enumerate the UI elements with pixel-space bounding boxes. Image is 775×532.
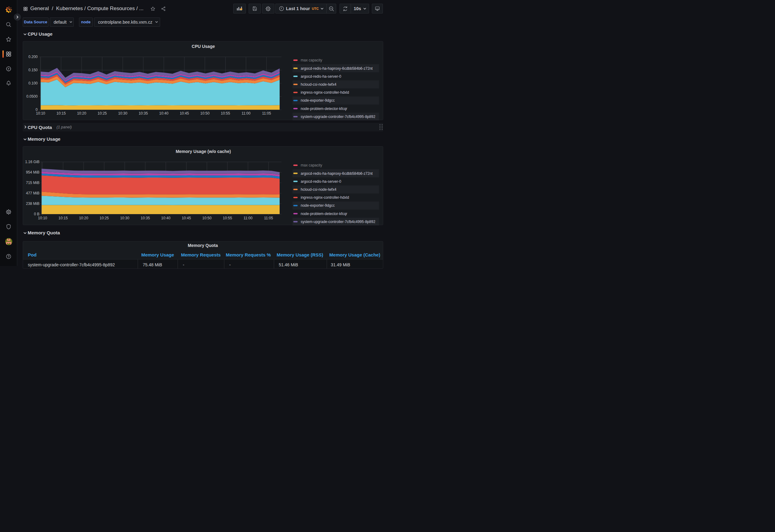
svg-text:10:40: 10:40 [159, 111, 168, 115]
svg-text:11:05: 11:05 [264, 216, 273, 220]
svg-text:10:40: 10:40 [161, 216, 170, 220]
svg-text:max capacity: max capacity [300, 163, 322, 167]
svg-text:477 MiB: 477 MiB [26, 191, 39, 195]
svg-text:11:05: 11:05 [262, 111, 271, 115]
svg-text:node-exporter-9dgcc: node-exporter-9dgcc [300, 203, 335, 208]
svg-text:0.150: 0.150 [28, 68, 37, 72]
svg-text:11:00: 11:00 [241, 111, 250, 115]
svg-text:CPU Usage: CPU Usage [191, 44, 215, 49]
svg-text:hcloud-csi-node-lwfx4: hcloud-csi-node-lwfx4 [300, 187, 336, 192]
svg-text:node-problem-detector-kfcqr: node-problem-detector-kfcqr [300, 212, 347, 216]
svg-text:10:15: 10:15 [56, 111, 65, 115]
svg-text:10:45: 10:45 [182, 216, 191, 220]
svg-text:10:35: 10:35 [140, 216, 150, 220]
svg-text:node-problem-detector-kfcqr: node-problem-detector-kfcqr [300, 107, 347, 111]
svg-text:10:15: 10:15 [58, 216, 68, 220]
svg-text:max capacity: max capacity [300, 58, 322, 62]
svg-text:0 B: 0 B [34, 212, 39, 216]
svg-text:10:20: 10:20 [77, 111, 86, 115]
svg-text:10:10: 10:10 [38, 216, 47, 220]
svg-text:argocd-redis-ha-haproxy-6cdbb5: argocd-redis-ha-haproxy-6cdbb584b6-z72nt [300, 171, 373, 176]
svg-text:238 MiB: 238 MiB [26, 201, 39, 206]
svg-text:0.0500: 0.0500 [26, 94, 37, 99]
svg-text:715 MiB: 715 MiB [26, 181, 39, 185]
svg-text:argocd-redis-ha-server-0: argocd-redis-ha-server-0 [300, 74, 341, 79]
svg-text:954 MiB: 954 MiB [26, 170, 39, 174]
svg-text:10:50: 10:50 [202, 216, 211, 220]
svg-text:10:50: 10:50 [200, 111, 209, 115]
svg-text:10:45: 10:45 [179, 111, 189, 115]
svg-text:10:25: 10:25 [97, 111, 107, 115]
svg-text:0.100: 0.100 [28, 81, 37, 85]
svg-text:argocd-redis-ha-haproxy-6cdbb5: argocd-redis-ha-haproxy-6cdbb584b6-z72nt [300, 66, 373, 71]
svg-text:10:25: 10:25 [99, 216, 108, 220]
svg-text:ingress-nginx-controller-hdxld: ingress-nginx-controller-hdxld [300, 90, 349, 95]
svg-text:10:30: 10:30 [118, 111, 127, 115]
svg-text:10:55: 10:55 [223, 216, 232, 220]
svg-text:ingress-nginx-controller-hdxld: ingress-nginx-controller-hdxld [300, 195, 349, 200]
svg-text:argocd-redis-ha-server-0: argocd-redis-ha-server-0 [300, 179, 341, 184]
svg-text:system-upgrade-controller-7cfb: system-upgrade-controller-7cfb4c4995-8p8… [300, 220, 375, 224]
svg-text:1.16 GiB: 1.16 GiB [25, 160, 39, 164]
svg-text:hcloud-csi-node-lwfx4: hcloud-csi-node-lwfx4 [300, 82, 336, 87]
svg-text:10:20: 10:20 [79, 216, 88, 220]
svg-text:Memory Usage (w/o cache): Memory Usage (w/o cache) [175, 149, 231, 154]
svg-text:10:10: 10:10 [36, 111, 45, 115]
svg-text:system-upgrade-controller-7cfb: system-upgrade-controller-7cfb4c4995-8p8… [300, 115, 375, 119]
svg-text:0.200: 0.200 [28, 55, 37, 59]
svg-text:node-exporter-9dgcc: node-exporter-9dgcc [300, 98, 335, 103]
svg-text:11:00: 11:00 [243, 216, 252, 220]
svg-text:10:35: 10:35 [139, 111, 148, 115]
svg-text:10:55: 10:55 [221, 111, 230, 115]
svg-text:10:30: 10:30 [120, 216, 129, 220]
